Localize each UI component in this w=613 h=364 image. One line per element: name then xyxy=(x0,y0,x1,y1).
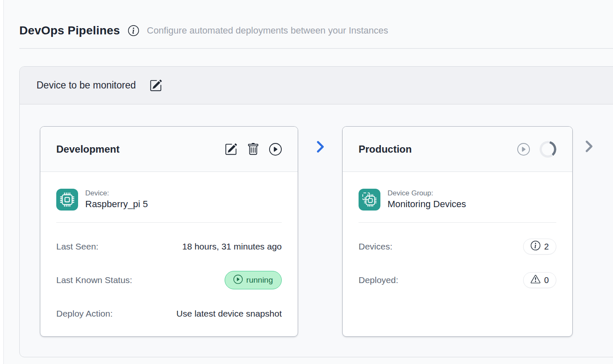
device-group-name: Monitoring Devices xyxy=(388,199,466,210)
device-name: Raspberry_pi 5 xyxy=(85,199,148,210)
stage-title-production: Production xyxy=(359,143,412,155)
devices-count: 2 xyxy=(544,242,549,252)
pipeline-panel-body: Development xyxy=(20,104,613,357)
play-circle-icon xyxy=(269,143,282,156)
deploy-action-value: Use latest device snapshot xyxy=(176,309,282,319)
deployed-count-badge[interactable]: 0 xyxy=(523,272,556,288)
pencil-square-icon xyxy=(149,79,162,92)
edit-stage-button[interactable] xyxy=(225,143,237,156)
last-seen-row: Last Seen: 18 hours, 31 minutes ago xyxy=(56,237,282,256)
card-divider xyxy=(56,222,282,223)
production-card-header: Production xyxy=(343,127,572,172)
pipeline-panel: Device to be monitored Development xyxy=(19,66,613,357)
cpu-chip-group-icon xyxy=(359,189,380,211)
pipeline-stages-row: Development xyxy=(40,126,613,337)
status-badge: running xyxy=(225,271,282,289)
development-card-header: Development xyxy=(40,127,298,172)
devices-row: Devices: 2 xyxy=(359,237,556,256)
scroll-next-button[interactable] xyxy=(583,126,595,154)
info-circle-icon xyxy=(531,241,540,252)
device-label: Device: xyxy=(85,189,148,198)
pipeline-flow-arrow xyxy=(298,126,342,155)
play-circle-icon xyxy=(517,143,530,156)
delete-stage-button[interactable] xyxy=(247,143,259,156)
deploy-action-label: Deploy Action: xyxy=(56,309,113,319)
warning-triangle-icon xyxy=(531,274,540,286)
devices-count-badge[interactable]: 2 xyxy=(523,239,556,255)
play-circle-icon xyxy=(233,275,243,286)
status-badge-label: running xyxy=(246,276,273,285)
stage-card-development: Development xyxy=(40,126,298,337)
header-divider xyxy=(19,48,613,49)
loading-spinner-icon xyxy=(540,141,556,158)
production-card-body: Device Group: Monitoring Devices Devices… xyxy=(343,172,572,290)
development-card-body: Device: Raspberry_pi 5 Last Seen: 18 hou… xyxy=(40,172,298,323)
run-stage-button[interactable] xyxy=(269,143,282,156)
page-subtitle: Configure automated deployments between … xyxy=(147,25,388,36)
page-title: DevOps Pipelines xyxy=(19,24,120,37)
stage-title-development: Development xyxy=(56,143,120,155)
edit-pipeline-name-button[interactable] xyxy=(149,79,162,92)
chevron-right-icon xyxy=(314,140,327,155)
last-known-status-row: Last Known Status: running xyxy=(56,270,282,290)
device-group-identity: Device Group: Monitoring Devices xyxy=(359,189,556,211)
chevron-right-icon xyxy=(583,148,595,154)
stage-card-production: Production xyxy=(342,126,573,337)
deployed-row: Deployed: 0 xyxy=(359,270,556,290)
devices-label: Devices: xyxy=(359,242,393,252)
pencil-square-icon xyxy=(225,143,237,156)
deploy-action-row: Deploy Action: Use latest device snapsho… xyxy=(56,304,282,323)
devops-pipelines-page: DevOps Pipelines Configure automated dep… xyxy=(3,0,613,364)
info-icon[interactable] xyxy=(128,25,139,36)
device-identity: Device: Raspberry_pi 5 xyxy=(56,189,282,211)
last-seen-value: 18 hours, 31 minutes ago xyxy=(182,242,282,252)
cpu-chip-icon xyxy=(56,189,78,211)
page-header: DevOps Pipelines Configure automated dep… xyxy=(19,0,613,37)
last-known-status-label: Last Known Status: xyxy=(56,275,132,285)
deployed-count: 0 xyxy=(544,276,549,285)
pipeline-name: Device to be monitored xyxy=(37,80,136,91)
trash-icon xyxy=(247,143,259,156)
device-group-label: Device Group: xyxy=(388,189,466,198)
run-stage-button-disabled[interactable] xyxy=(517,143,530,156)
development-card-actions xyxy=(225,143,282,156)
card-divider xyxy=(359,222,556,223)
last-seen-label: Last Seen: xyxy=(56,242,98,252)
deployed-label: Deployed: xyxy=(359,275,398,285)
pipeline-panel-header: Device to be monitored xyxy=(20,67,613,104)
production-card-actions xyxy=(517,141,556,158)
